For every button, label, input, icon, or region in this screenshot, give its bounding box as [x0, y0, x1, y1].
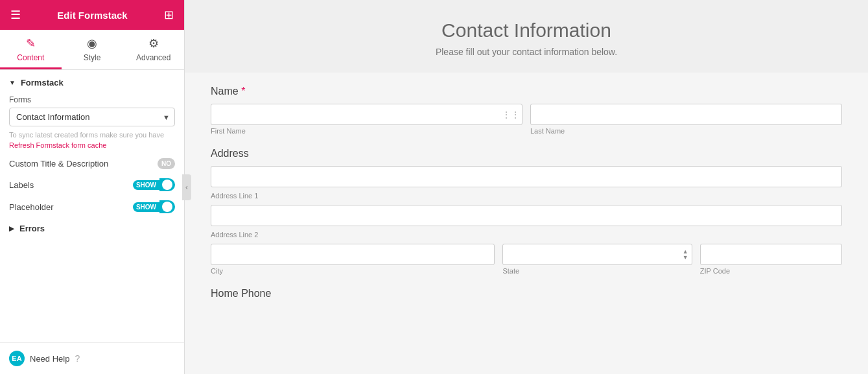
sidebar: ☰ Edit Formstack ⊞ ✎ Content ◉ Style ⚙ A…	[0, 0, 185, 374]
labels-show-label: SHOW	[133, 180, 159, 190]
labels-knob-wrap	[159, 178, 175, 191]
placeholder-knob-wrap	[159, 200, 175, 213]
placeholder-knob	[162, 202, 172, 212]
city-field: City	[211, 244, 495, 275]
last-name-input[interactable]	[530, 104, 842, 125]
sync-hint: To sync latest created forms make sure y…	[9, 130, 175, 140]
forms-label: Forms	[9, 95, 175, 104]
errors-arrow-icon: ▶	[9, 225, 14, 232]
zip-field: ZIP Code	[700, 244, 842, 275]
last-name-sub-label: Last Name	[530, 127, 842, 135]
name-row: ⋮⋮ First Name Last Name	[211, 104, 842, 135]
errors-section-header[interactable]: ▶ Errors	[9, 224, 175, 233]
drag-icon: ⋮⋮	[502, 110, 520, 120]
first-name-sub-label: First Name	[211, 127, 522, 135]
first-name-input[interactable]	[211, 104, 522, 125]
need-help-badge: EA	[9, 351, 25, 366]
advanced-tab-icon: ⚙	[148, 36, 159, 51]
style-tab-icon: ◉	[87, 36, 97, 51]
style-tab-label: Style	[84, 53, 101, 62]
sidebar-body: ▼ Formstack Forms Contact Information ▼ …	[0, 70, 184, 342]
form-preview: Contact Information Please fill out your…	[185, 0, 868, 374]
content-tab-label: Content	[17, 53, 44, 62]
name-label: Name *	[211, 86, 842, 97]
grid-icon[interactable]: ⊞	[164, 8, 174, 22]
placeholder-toggle[interactable]: SHOW	[133, 200, 175, 213]
refresh-cache-link[interactable]: Refresh Formstack form cache	[9, 141, 175, 149]
state-select-wrap: ▲▼	[502, 244, 692, 265]
name-section: Name * ⋮⋮ First Name Last Name	[211, 86, 842, 135]
forms-select-wrapper: Contact Information ▼	[9, 108, 175, 126]
sidebar-footer: EA Need Help ?	[0, 342, 184, 374]
zip-input[interactable]	[700, 244, 842, 265]
placeholder-show-label: SHOW	[133, 202, 159, 212]
sidebar-header: ☰ Edit Formstack ⊞	[0, 0, 184, 30]
address-line1-sub: Address Line 1	[211, 192, 842, 200]
sidebar-tabs: ✎ Content ◉ Style ⚙ Advanced	[0, 30, 184, 70]
state-arrows-icon: ▲▼	[683, 249, 688, 261]
form-body: Name * ⋮⋮ First Name Last Name	[185, 86, 868, 299]
labels-knob	[162, 180, 172, 190]
state-select[interactable]	[502, 244, 692, 265]
help-question-icon[interactable]: ?	[75, 353, 80, 364]
advanced-tab-label: Advanced	[136, 53, 170, 62]
forms-select[interactable]: Contact Information	[9, 108, 175, 126]
tab-advanced[interactable]: ⚙ Advanced	[123, 30, 184, 69]
address-line1-input[interactable]	[211, 166, 842, 187]
formstack-section-label: Formstack	[21, 78, 64, 88]
address-city-state-zip-row: City ▲▼ State ZIP Code	[211, 244, 842, 275]
formstack-collapse-icon: ▼	[9, 79, 16, 86]
form-subtitle: Please fill out your contact information…	[211, 47, 842, 57]
collapse-handle[interactable]: ‹	[182, 174, 191, 200]
main-content: Contact Information Please fill out your…	[185, 0, 868, 374]
address-label: Address	[211, 148, 842, 159]
city-sub-label: City	[211, 267, 495, 275]
sidebar-title: Edit Formstack	[57, 10, 127, 21]
tab-style[interactable]: ◉ Style	[62, 30, 123, 69]
need-help-text: Need Help	[30, 354, 69, 364]
labels-toggle[interactable]: SHOW	[133, 178, 175, 191]
state-sub-label: State	[502, 267, 692, 275]
first-name-input-wrap: ⋮⋮	[211, 104, 522, 125]
formstack-section-header[interactable]: ▼ Formstack	[9, 78, 175, 88]
name-required-star: *	[241, 86, 245, 97]
labels-label: Labels	[9, 180, 34, 190]
form-title: Contact Information	[211, 19, 842, 41]
hamburger-icon[interactable]: ☰	[10, 8, 21, 22]
address-line2-input[interactable]	[211, 205, 842, 226]
city-input[interactable]	[211, 244, 495, 265]
home-phone-label: Home Phone	[211, 288, 842, 299]
custom-title-toggle-row: Custom Title & Description NO	[9, 158, 175, 169]
form-header: Contact Information Please fill out your…	[185, 0, 868, 73]
custom-title-toggle[interactable]: NO	[158, 158, 175, 169]
state-field: ▲▼ State	[502, 244, 692, 275]
errors-section: ▶ Errors	[9, 224, 175, 233]
home-phone-section: Home Phone	[211, 288, 842, 299]
tab-content[interactable]: ✎ Content	[0, 30, 62, 69]
first-name-field: ⋮⋮ First Name	[211, 104, 522, 135]
address-section: Address Address Line 1 Address Line 2 Ci…	[211, 148, 842, 275]
labels-toggle-row: Labels SHOW	[9, 178, 175, 191]
zip-sub-label: ZIP Code	[700, 267, 842, 275]
content-tab-icon: ✎	[26, 36, 36, 51]
placeholder-label: Placeholder	[9, 202, 54, 212]
last-name-field: Last Name	[530, 104, 842, 135]
custom-title-label: Custom Title & Description	[9, 159, 108, 169]
placeholder-toggle-row: Placeholder SHOW	[9, 200, 175, 213]
errors-label: Errors	[19, 224, 45, 233]
address-line2-sub: Address Line 2	[211, 231, 842, 239]
